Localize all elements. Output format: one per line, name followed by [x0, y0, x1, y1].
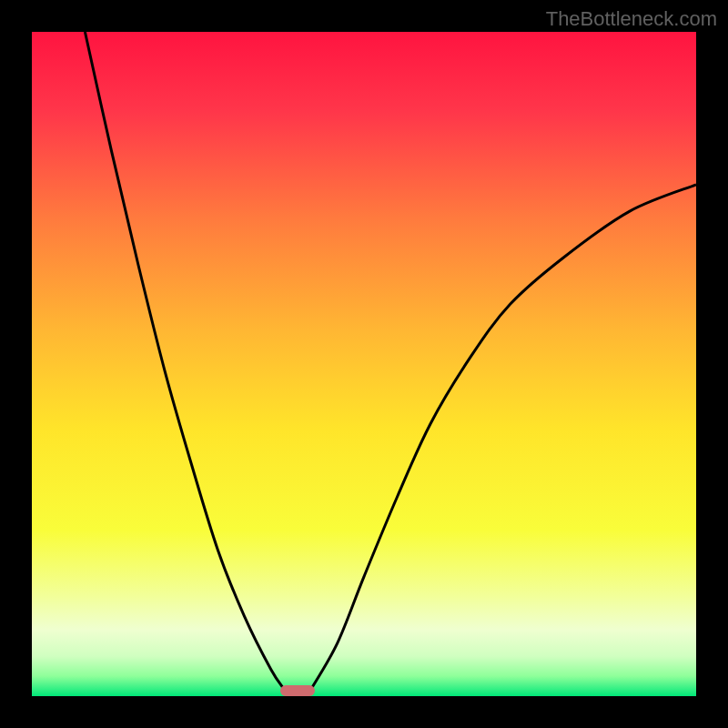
- gradient-background: [32, 32, 696, 696]
- plot-area: [32, 32, 696, 696]
- chart-svg: [32, 32, 696, 696]
- optimal-marker: [280, 685, 315, 696]
- watermark-text: TheBottleneck.com: [546, 7, 717, 31]
